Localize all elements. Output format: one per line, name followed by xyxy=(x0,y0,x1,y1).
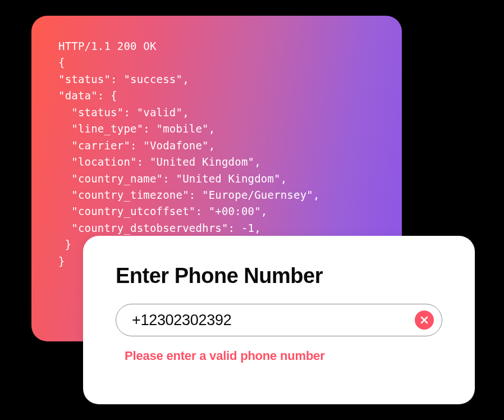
code-line: "status": "valid", xyxy=(58,104,375,121)
code-line: "carrier": "Vodafone", xyxy=(58,138,375,154)
code-line: "line_type": "mobile", xyxy=(58,121,375,137)
code-line: { xyxy=(58,54,375,71)
close-icon xyxy=(420,316,429,325)
code-line: HTTP/1.1 200 OK xyxy=(58,38,375,54)
error-message: Please enter a valid phone number xyxy=(116,349,442,363)
code-line: "data": { xyxy=(58,88,375,104)
form-title: Enter Phone Number xyxy=(116,264,442,288)
code-line: "country_name": "United Kingdom", xyxy=(58,171,375,187)
code-line: "country_dstobservedhrs": -1, xyxy=(58,220,375,236)
code-line: "country_timezone": "Europe/Guernsey", xyxy=(58,187,375,203)
code-line: "country_utcoffset": "+00:00", xyxy=(58,203,375,220)
clear-button[interactable] xyxy=(415,311,434,330)
phone-input[interactable] xyxy=(132,312,415,329)
code-line: "status": "success", xyxy=(58,71,375,88)
phone-input-wrapper xyxy=(116,304,442,336)
code-line: "location": "United Kingdom", xyxy=(58,154,375,170)
phone-entry-card: Enter Phone Number Please enter a valid … xyxy=(83,236,475,404)
